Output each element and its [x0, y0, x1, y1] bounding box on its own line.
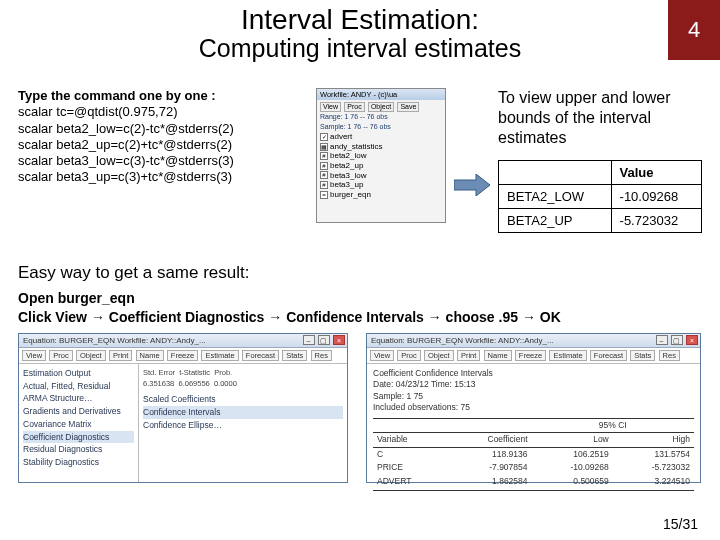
menu-item-selected[interactable]: Coefficient Diagnostics: [23, 431, 134, 444]
workfile-panel: Workfile: ANDY - (c)\ua View Proc Object…: [316, 88, 446, 223]
window-toolbar: View Proc Object Print Name Freeze Estim…: [19, 348, 347, 364]
menu-item[interactable]: Estimation Output: [23, 367, 134, 380]
toolbar-button[interactable]: Stats: [630, 350, 655, 361]
menu-item[interactable]: Stability Diagnostics: [23, 456, 134, 469]
toolbar-button[interactable]: View: [22, 350, 46, 361]
command-list-label: Type the command one by one :: [18, 88, 308, 104]
workfile-range: Range: 1 76 -- 76 obs: [320, 113, 442, 121]
command-list: Type the command one by one : scalar tc=…: [18, 88, 308, 233]
toolbar-button[interactable]: Estimate: [549, 350, 586, 361]
table-icon: ▦: [320, 143, 328, 151]
toolbar-button[interactable]: Print: [109, 350, 132, 361]
ci-meta: Coefficient Confidence Intervals: [373, 368, 694, 379]
maximize-icon[interactable]: ▢: [671, 335, 683, 345]
ci-meta: Included observations: 75: [373, 402, 694, 413]
submenu-item-selected[interactable]: Confidence Intervals: [143, 406, 343, 419]
scalar-icon: #: [320, 152, 328, 160]
workfile-item[interactable]: beta2_low: [330, 151, 366, 160]
page-subtitle: Computing interval estimates: [0, 34, 720, 63]
equation-window-ci-output: Equation: BURGER_EQN Workfile: ANDY::And…: [366, 333, 701, 483]
value-header: Value: [611, 161, 701, 185]
ci-meta: Date: 04/23/12 Time: 15:13: [373, 379, 694, 390]
window-toolbar: View Proc Object Print Name Freeze Estim…: [367, 348, 700, 364]
menu-item[interactable]: Covariance Matrix: [23, 418, 134, 431]
close-icon[interactable]: ×: [333, 335, 345, 345]
toolbar-button[interactable]: Forecast: [242, 350, 279, 361]
workfile-item[interactable]: beta2_up: [330, 161, 363, 170]
toolbar-button[interactable]: Forecast: [590, 350, 627, 361]
command-line: scalar beta3_low=c(3)-tc*@stderrs(3): [18, 153, 308, 169]
ci-meta: Sample: 1 75: [373, 391, 694, 402]
window-titlebar: Equation: BURGER_EQN Workfile: ANDY::And…: [367, 334, 700, 348]
close-icon[interactable]: ×: [686, 335, 698, 345]
toolbar-button[interactable]: Object: [368, 102, 394, 112]
series-icon: ✓: [320, 133, 328, 141]
view-menu: Estimation Output Actual, Fitted, Residu…: [19, 364, 139, 482]
value-row-value: -5.723032: [611, 209, 701, 233]
ci-table: 95% CI Variable Coefficient Low High C 1…: [373, 418, 694, 491]
toolbar-button[interactable]: Freeze: [515, 350, 546, 361]
toolbar-button[interactable]: Object: [76, 350, 106, 361]
submenu-item[interactable]: Confidence Ellipse…: [143, 419, 343, 432]
equation-window-view-menu: Equation: BURGER_EQN Workfile: ANDY::And…: [18, 333, 348, 483]
toolbar-button[interactable]: Proc: [397, 350, 420, 361]
workfile-item[interactable]: burger_eqn: [330, 190, 371, 199]
toolbar-button[interactable]: Name: [136, 350, 164, 361]
toolbar-button[interactable]: Save: [397, 102, 419, 112]
step-line: Click View → Coefficient Diagnostics → C…: [18, 308, 702, 327]
page-title: Interval Estimation:: [0, 0, 720, 36]
workfile-sample: Sample: 1 76 -- 76 obs: [320, 123, 442, 131]
command-line: scalar beta2_up=c(2)+tc*@stderrs(2): [18, 137, 308, 153]
submenu: Std. Error t-Statistic Prob. 6.351638 6.…: [139, 364, 347, 482]
workfile-toolbar: View Proc Object Save: [320, 102, 442, 112]
step-line: Open burger_eqn: [18, 289, 702, 308]
workfile-item[interactable]: andy_statistics: [330, 142, 382, 151]
toolbar-button[interactable]: View: [370, 350, 394, 361]
toolbar-button[interactable]: Stats: [282, 350, 307, 361]
toolbar-button[interactable]: View: [320, 102, 341, 112]
toolbar-button[interactable]: Proc: [49, 350, 72, 361]
command-line: scalar beta3_up=c(3)+tc*@stderrs(3): [18, 169, 308, 185]
scalar-icon: #: [320, 162, 328, 170]
menu-item[interactable]: ARMA Structure…: [23, 392, 134, 405]
command-line: scalar beta2_low=c(2)-tc*@stderrs(2): [18, 121, 308, 137]
menu-item[interactable]: Residual Diagnostics: [23, 443, 134, 456]
value-row-value: -10.09268: [611, 185, 701, 209]
toolbar-button[interactable]: Name: [484, 350, 512, 361]
page-counter: 15/31: [663, 516, 698, 532]
toolbar-button[interactable]: Estimate: [201, 350, 238, 361]
easy-steps: Open burger_eqn Click View → Coefficient…: [18, 289, 702, 327]
minimize-icon[interactable]: –: [656, 335, 668, 345]
arrow-icon: [454, 174, 490, 196]
workfile-item[interactable]: advert: [330, 132, 352, 141]
minimize-icon[interactable]: –: [303, 335, 315, 345]
toolbar-button[interactable]: Print: [457, 350, 480, 361]
menu-item[interactable]: Actual, Fitted, Residual: [23, 380, 134, 393]
slide-number-badge: 4: [668, 0, 720, 60]
value-row-name: BETA2_LOW: [499, 185, 612, 209]
toolbar-button[interactable]: Res: [659, 350, 680, 361]
svg-marker-0: [454, 174, 490, 196]
workfile-item[interactable]: beta3_up: [330, 180, 363, 189]
easy-way-heading: Easy way to get a same result:: [18, 263, 702, 283]
toolbar-button[interactable]: Proc: [344, 102, 364, 112]
workfile-titlebar: Workfile: ANDY - (c)\ua: [317, 89, 445, 100]
toolbar-button[interactable]: Object: [424, 350, 454, 361]
maximize-icon[interactable]: ▢: [318, 335, 330, 345]
window-titlebar: Equation: BURGER_EQN Workfile: ANDY::And…: [19, 334, 347, 348]
menu-item[interactable]: Gradients and Derivatives: [23, 405, 134, 418]
value-row-name: BETA2_UP: [499, 209, 612, 233]
toolbar-button[interactable]: Freeze: [167, 350, 198, 361]
result-description: To view upper and lower bounds of the in…: [498, 88, 702, 148]
workfile-item[interactable]: beta3_low: [330, 171, 366, 180]
command-line: scalar tc=@qtdist(0.975,72): [18, 104, 308, 120]
value-table: Value BETA2_LOW -10.09268 BETA2_UP -5.72…: [498, 160, 702, 233]
equation-icon: =: [320, 191, 328, 199]
submenu-item[interactable]: Scaled Coefficients: [143, 393, 343, 406]
toolbar-button[interactable]: Res: [311, 350, 332, 361]
scalar-icon: #: [320, 181, 328, 189]
scalar-icon: #: [320, 171, 328, 179]
